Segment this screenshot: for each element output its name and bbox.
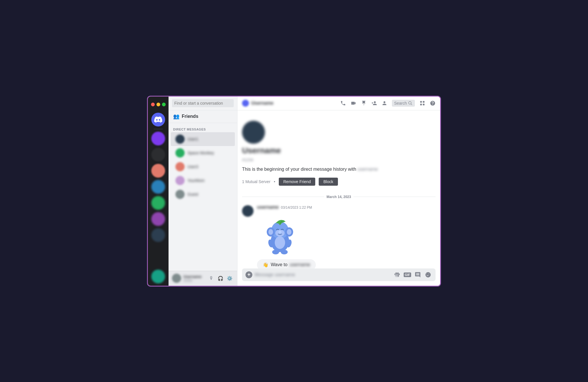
traffic-light-green[interactable] — [162, 103, 166, 106]
dm-profile-avatar — [242, 121, 265, 144]
input-icons: GIF — [393, 271, 432, 279]
add-attachment-button[interactable]: + — [245, 271, 252, 278]
message-author-1: username — [257, 205, 279, 210]
server-icon-2[interactable] — [151, 148, 165, 162]
chat-header-right: Search — [340, 100, 436, 107]
user-panel: Username #0000 🎙 🎧 ⚙️ — [169, 271, 237, 286]
server-icon-5[interactable] — [151, 196, 165, 210]
server-icon-1[interactable] — [151, 132, 165, 145]
sticker-button[interactable] — [414, 271, 422, 279]
dm-name-2: Space Monkey — [187, 151, 214, 155]
remove-friend-button[interactable]: Remove Friend — [279, 178, 316, 186]
mute-icon[interactable]: 🎙 — [207, 274, 215, 282]
dm-avatar-4 — [175, 176, 185, 185]
message-timestamp-1: 03/14/2023 1:22 PM — [281, 206, 312, 210]
dm-avatar-5 — [175, 190, 185, 199]
help-icon[interactable] — [430, 100, 436, 106]
search-icon — [408, 101, 413, 105]
message-content-1: username 03/14/2023 1:22 PM — [257, 205, 436, 268]
message-placeholder: Message username — [255, 272, 391, 277]
gif-button[interactable]: GIF — [403, 271, 411, 279]
search-label: Search — [394, 101, 407, 105]
dm-list: DIRECT MESSAGES User1 Space Monkey User3 — [169, 123, 237, 271]
dm-name-1: User1 — [187, 137, 198, 141]
header-username: Username — [251, 101, 273, 106]
server-icon-7[interactable] — [151, 228, 165, 242]
channel-sidebar: 👥 Friends DIRECT MESSAGES User1 Space Mo… — [169, 97, 237, 286]
svg-point-7 — [268, 229, 273, 235]
chat-messages: Username #1234 This is the beginning of … — [237, 110, 440, 268]
user-controls: 🎙 🎧 ⚙️ — [207, 274, 234, 282]
dm-avatar-1 — [175, 135, 185, 144]
dm-section-label: DIRECT MESSAGES — [169, 125, 237, 132]
dm-history-username: username — [357, 167, 378, 172]
svg-point-9 — [287, 229, 291, 235]
settings-icon[interactable]: ⚙️ — [226, 274, 234, 282]
members-icon[interactable] — [382, 100, 387, 106]
dm-item-2[interactable]: Space Monkey — [171, 146, 235, 160]
discord-logo-button[interactable] — [151, 113, 165, 126]
user-info: Username #0000 — [183, 274, 205, 282]
wave-text: Wave to — [271, 262, 287, 267]
header-avatar — [242, 100, 249, 107]
dm-name-5: Guest — [187, 192, 198, 197]
sticker-image — [257, 211, 303, 257]
call-icon[interactable] — [340, 100, 346, 106]
server-icon-8[interactable] — [151, 270, 165, 283]
dm-name-3: User3 — [187, 164, 198, 169]
dm-profile-name: Username — [242, 146, 281, 155]
friends-label: Friends — [182, 114, 198, 119]
chat-header: Username — [237, 97, 440, 110]
dm-profile-section: Username #1234 This is the beginning of … — [242, 115, 436, 190]
wave-emoji: 👋 — [263, 262, 268, 268]
server-icon-6[interactable] — [151, 212, 165, 226]
deafen-icon[interactable]: 🎧 — [216, 274, 225, 282]
add-friend-icon[interactable] — [371, 100, 377, 106]
dm-item-4[interactable]: YourMom — [171, 174, 235, 187]
server-sidebar — [148, 97, 169, 286]
message-header-1: username 03/14/2023 1:22 PM — [257, 205, 436, 210]
chat-area: Username — [237, 97, 440, 286]
message-input-box: + Message username — [242, 268, 436, 281]
dm-item-5[interactable]: Guest — [171, 187, 235, 201]
block-button[interactable]: Block — [319, 178, 338, 186]
svg-point-13 — [281, 250, 288, 254]
dm-actions: 1 Mutual Server • Remove Friend Block — [242, 178, 338, 186]
discord-icon — [154, 116, 162, 124]
friends-nav-item[interactable]: 👥 Friends — [169, 110, 237, 123]
header-search[interactable]: Search — [392, 100, 415, 107]
traffic-light-red[interactable] — [151, 103, 155, 106]
svg-point-12 — [272, 250, 279, 254]
mutual-server-text: 1 Mutual Server — [242, 179, 270, 184]
dm-item-3[interactable]: User3 — [171, 160, 235, 174]
dm-item-1[interactable]: User1 — [171, 132, 235, 146]
dot-separator: • — [274, 179, 275, 184]
svg-rect-3 — [423, 104, 425, 105]
dm-profile-tag: #1234 — [242, 158, 253, 162]
traffic-lights-area — [148, 99, 169, 110]
server-icon-4[interactable] — [151, 180, 165, 194]
gift-button[interactable] — [393, 271, 401, 279]
search-bar[interactable] — [169, 97, 237, 110]
dm-avatar-2 — [175, 148, 185, 158]
gif-label: GIF — [404, 272, 411, 277]
dm-avatar-3 — [175, 162, 185, 171]
svg-rect-1 — [423, 101, 425, 103]
svg-rect-2 — [420, 104, 422, 105]
wave-username: username — [290, 262, 310, 267]
wave-button[interactable]: 👋 Wave to username — [257, 259, 316, 268]
server-icon-3[interactable] — [151, 164, 165, 178]
server-divider — [154, 129, 163, 129]
user-status: #0000 — [183, 279, 205, 282]
chat-header-left: Username — [242, 100, 273, 107]
traffic-light-yellow[interactable] — [156, 103, 160, 106]
inbox-icon[interactable] — [419, 100, 425, 106]
blurple-monkey-sticker — [260, 212, 300, 256]
pin-icon[interactable] — [361, 100, 367, 106]
search-input[interactable] — [172, 99, 234, 107]
emoji-button[interactable] — [424, 271, 432, 279]
video-icon[interactable] — [351, 100, 356, 106]
app-window: 👥 Friends DIRECT MESSAGES User1 Space Mo… — [147, 96, 441, 287]
message-avatar-1 — [242, 205, 254, 217]
friends-icon: 👥 — [173, 113, 179, 120]
